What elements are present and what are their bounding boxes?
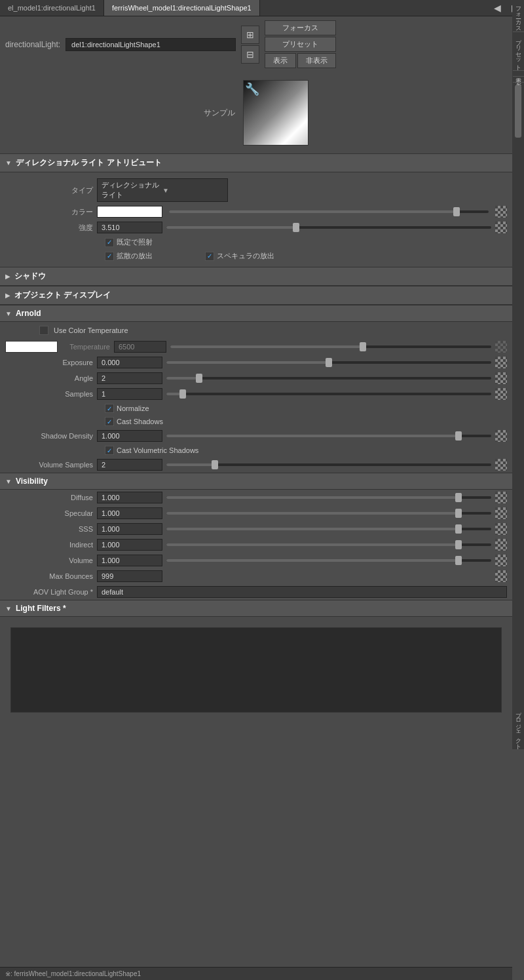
emit-default-label: 既定で照射 <box>117 237 153 247</box>
normalize-label: Normalize <box>117 404 149 412</box>
object-display-title: オブジェクト ディスプレイ <box>14 290 111 301</box>
sss-checker[interactable] <box>495 523 507 535</box>
samples-checker[interactable] <box>495 388 507 400</box>
type-label: タイプ <box>5 186 97 195</box>
color-swatch[interactable] <box>97 206 162 218</box>
use-color-temp-label: Use Color Temperature <box>54 326 128 334</box>
max-bounces-value[interactable]: 999 <box>97 570 162 582</box>
tab-arrow-left[interactable]: ◀ <box>489 0 506 16</box>
sss-slider[interactable] <box>166 524 491 534</box>
shadow-density-slider[interactable] <box>166 431 491 441</box>
preset-button[interactable]: プリセット <box>265 37 336 52</box>
directional-light-attrs: タイプ ディレクショナル ライト ▼ カラー <box>0 172 512 267</box>
samples-value[interactable]: 1 <box>97 388 162 400</box>
color-slider[interactable] <box>169 206 489 217</box>
show-button[interactable]: 表示 <box>265 53 296 68</box>
angle-value[interactable]: 2 <box>97 372 162 384</box>
specular-check[interactable]: スペキュラの放出 <box>205 251 274 261</box>
specular-row: Specular 1.000 <box>0 505 512 521</box>
volume-samples-label: Volume Samples <box>5 461 97 469</box>
side-label-hide[interactable]: 非表示 <box>513 77 524 83</box>
section-object-display[interactable]: ▶ オブジェクト ディスプレイ <box>0 286 512 305</box>
sample-area: サンプル 🔧 <box>0 72 512 153</box>
cast-shadows-check[interactable]: Cast Shadows <box>105 417 163 426</box>
angle-slider[interactable] <box>166 373 491 383</box>
cast-shadows-checkbox[interactable] <box>105 417 114 426</box>
exposure-checker[interactable] <box>495 357 507 368</box>
hide-button[interactable]: 非表示 <box>297 53 336 68</box>
max-bounces-checker[interactable] <box>495 570 507 582</box>
side-panel: フォーカス プリセット 表示 非表示 プロジェクト <box>512 0 524 749</box>
section-directional-light[interactable]: ▼ ディレクショナル ライト アトリビュート <box>0 153 512 172</box>
diffuse-slider[interactable] <box>166 492 491 503</box>
shadow-density-value[interactable]: 1.000 <box>97 430 162 442</box>
specular-checker[interactable] <box>495 507 507 519</box>
diffuse-checkbox[interactable] <box>105 252 114 261</box>
indirect-checker[interactable] <box>495 539 507 551</box>
angle-checker[interactable] <box>495 372 507 384</box>
emit-default-check[interactable]: 既定で照射 <box>105 237 153 247</box>
section-shadow[interactable]: ▶ シャドウ <box>0 267 512 286</box>
indirect-value[interactable]: 1.000 <box>97 539 162 551</box>
volume-samples-row: Volume Samples 2 <box>0 457 512 473</box>
header-icon-btn2[interactable]: ⊟ <box>241 45 259 64</box>
tab-directionallight1[interactable]: el_model1:directionalLight1 <box>0 0 104 16</box>
indirect-label: Indirect <box>5 541 97 549</box>
intensity-checker[interactable] <box>495 222 507 233</box>
side-label-preset[interactable]: プリセット <box>513 32 524 71</box>
arnold-title: Arnold <box>16 309 41 318</box>
indirect-slider[interactable] <box>166 539 491 550</box>
temp-color-swatch[interactable] <box>5 341 58 353</box>
header-icon-btn1[interactable]: ⊞ <box>241 26 259 44</box>
cast-vol-shadows-check[interactable]: Cast Volumetric Shadows <box>105 446 198 455</box>
specular-checkbox[interactable] <box>205 252 214 261</box>
side-label-project[interactable]: プロジェクト <box>513 705 524 749</box>
volume-samples-slider[interactable] <box>166 460 491 470</box>
emit-default-checkbox[interactable] <box>105 238 114 247</box>
section-light-filters[interactable]: ▼ Light Filters * <box>0 600 512 617</box>
temp-slider[interactable] <box>170 342 491 352</box>
type-dropdown[interactable]: ディレクショナル ライト ▼ <box>97 178 228 202</box>
normalize-check[interactable]: Normalize <box>105 404 149 413</box>
diffuse-check[interactable]: 拡散の放出 <box>105 251 153 261</box>
shadow-arrow: ▶ <box>5 273 10 280</box>
scrollbar-thumb[interactable] <box>515 85 521 138</box>
intensity-slider[interactable] <box>166 222 491 233</box>
volume-samples-checker[interactable] <box>495 459 507 471</box>
diffuse-checker[interactable] <box>495 492 507 503</box>
cast-vol-shadows-checkbox[interactable] <box>105 446 114 455</box>
volume-samples-value[interactable]: 2 <box>97 459 162 471</box>
color-checker[interactable] <box>495 206 507 218</box>
use-color-temp-checkbox[interactable] <box>39 326 48 335</box>
intensity-label: 強度 <box>5 223 97 233</box>
section-arnold[interactable]: ▼ Arnold <box>0 305 512 322</box>
side-label-show[interactable]: 表示 <box>513 71 524 77</box>
shadow-density-checker[interactable] <box>495 430 507 442</box>
specular-value[interactable]: 1.000 <box>97 507 162 519</box>
tab-directionalLightShape1[interactable]: ferrisWheel_model1:directionalLightShape… <box>104 0 260 16</box>
intensity-value[interactable]: 3.510 <box>97 222 162 233</box>
temp-value[interactable]: 6500 <box>114 341 166 353</box>
specular-label-vis: Specular <box>5 509 97 517</box>
diffuse-label-vis: Diffuse <box>5 494 97 501</box>
normalize-checkbox[interactable] <box>105 404 114 413</box>
tab-bar: el_model1:directionalLight1 ferrisWheel_… <box>0 0 524 16</box>
shadow-title: シャドウ <box>14 271 46 282</box>
side-label-focus[interactable]: フォーカス <box>513 0 524 32</box>
specular-slider[interactable] <box>166 508 491 519</box>
volume-slider[interactable] <box>166 555 491 566</box>
exposure-slider[interactable] <box>166 357 491 368</box>
directional-light-value[interactable]: del1:directionalLightShape1 <box>66 38 236 51</box>
aov-value[interactable]: default <box>97 586 507 598</box>
sss-value[interactable]: 1.000 <box>97 523 162 535</box>
diffuse-value[interactable]: 1.000 <box>97 492 162 503</box>
exposure-value[interactable]: 0.000 <box>97 357 162 368</box>
volume-value[interactable]: 1.000 <box>97 555 162 566</box>
section-visibility[interactable]: ▼ Visibility <box>0 473 512 490</box>
max-bounces-row: Max Bounces 999 <box>0 568 512 584</box>
focus-button[interactable]: フォーカス <box>265 20 336 35</box>
shadow-density-label: Shadow Density <box>5 432 97 440</box>
volume-checker[interactable] <box>495 555 507 566</box>
temp-checker[interactable] <box>495 341 507 353</box>
samples-slider[interactable] <box>166 389 491 399</box>
